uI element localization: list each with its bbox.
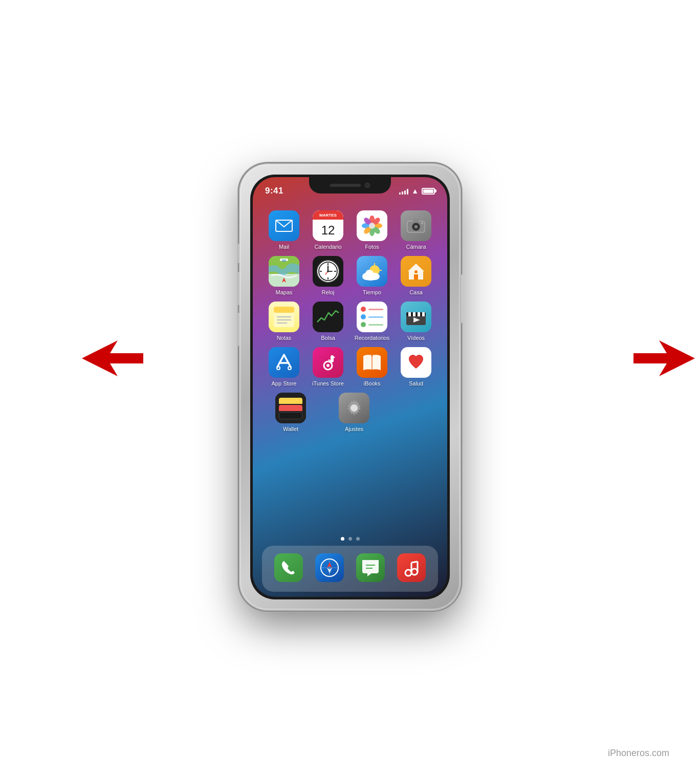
svg-line-85 bbox=[411, 562, 418, 563]
svg-rect-20 bbox=[413, 219, 419, 222]
app-photos[interactable]: Fotos bbox=[353, 210, 391, 250]
svg-rect-46 bbox=[414, 274, 418, 280]
signal-icon bbox=[399, 188, 408, 195]
front-camera bbox=[365, 183, 370, 188]
svg-rect-56 bbox=[413, 312, 415, 316]
dock-app-music[interactable] bbox=[392, 553, 431, 585]
svg-point-21 bbox=[421, 222, 423, 224]
app-row-5: Wallet Ajustes bbox=[262, 393, 438, 432]
app-reminders[interactable]: Recordatorios bbox=[353, 302, 391, 341]
dot-2 bbox=[348, 537, 352, 541]
dot-1 bbox=[341, 537, 344, 541]
battery-icon bbox=[422, 188, 435, 195]
app-health-label: Salud bbox=[409, 380, 423, 386]
app-itunes[interactable]: iTunes Store bbox=[309, 347, 347, 386]
app-ibooks-label: iBooks bbox=[363, 380, 380, 386]
app-camera-label: Cámara bbox=[406, 244, 426, 250]
wifi-icon: ▲ bbox=[411, 187, 419, 195]
svg-rect-71 bbox=[372, 356, 381, 370]
speaker bbox=[330, 184, 361, 187]
svg-marker-1 bbox=[633, 340, 695, 376]
screen-bezel: 9:41 ▲ bbox=[250, 175, 450, 599]
app-notes-label: Notas bbox=[277, 335, 292, 341]
svg-point-64 bbox=[326, 364, 330, 367]
svg-point-35 bbox=[327, 270, 329, 272]
svg-rect-58 bbox=[422, 312, 425, 316]
app-home[interactable]: Casa bbox=[397, 256, 435, 295]
app-row-4: App Store bbox=[262, 347, 438, 386]
svg-point-82 bbox=[411, 569, 418, 575]
app-itunes-label: iTunes Store bbox=[312, 380, 344, 386]
mute-button[interactable] bbox=[237, 244, 240, 263]
app-clock[interactable]: Reloj bbox=[309, 256, 347, 295]
svg-marker-0 bbox=[82, 340, 143, 376]
app-videos[interactable]: Vídeos bbox=[397, 302, 435, 341]
status-icons: ▲ bbox=[399, 187, 435, 195]
app-maps-label: Mapas bbox=[275, 289, 292, 295]
app-stocks-label: Bolsa bbox=[321, 335, 335, 341]
app-weather[interactable]: Tiempo bbox=[353, 256, 391, 295]
app-settings-label: Ajustes bbox=[345, 426, 363, 432]
phone-screen: 9:41 ▲ bbox=[253, 177, 447, 597]
svg-point-81 bbox=[405, 570, 411, 576]
app-row-3: Notas Bolsa bbox=[262, 302, 438, 341]
svg-point-73 bbox=[351, 404, 358, 412]
svg-point-61 bbox=[277, 367, 280, 370]
notch bbox=[309, 177, 391, 193]
svg-rect-70 bbox=[363, 356, 372, 370]
app-settings[interactable]: Ajustes bbox=[335, 393, 374, 432]
app-notes[interactable]: Notas bbox=[265, 302, 303, 341]
svg-point-62 bbox=[288, 367, 291, 370]
page-dots bbox=[253, 537, 447, 541]
app-calendar[interactable]: Martes 12 Calendario bbox=[309, 210, 347, 250]
app-videos-label: Vídeos bbox=[407, 335, 425, 341]
app-row-1: Mail Martes 12 Calendario bbox=[262, 210, 438, 250]
app-camera[interactable]: Cámara bbox=[397, 210, 435, 250]
app-stocks[interactable]: Bolsa bbox=[309, 302, 347, 341]
app-maps[interactable]: 280 Mapas bbox=[265, 256, 303, 295]
svg-rect-55 bbox=[408, 312, 411, 316]
app-wallet-label: Wallet bbox=[283, 426, 298, 432]
phone-device: 9:41 ▲ bbox=[240, 164, 460, 610]
app-mail-label: Mail bbox=[279, 244, 289, 250]
dock bbox=[262, 546, 438, 592]
app-row-2: 280 Mapas bbox=[262, 256, 438, 295]
app-reminders-label: Recordatorios bbox=[355, 335, 389, 341]
volume-down-button[interactable] bbox=[237, 313, 240, 346]
app-health[interactable]: Salud bbox=[397, 347, 435, 386]
svg-text:280: 280 bbox=[282, 259, 287, 262]
svg-point-47 bbox=[414, 270, 418, 273]
app-weather-label: Tiempo bbox=[363, 289, 381, 295]
dock-app-safari[interactable] bbox=[310, 553, 349, 585]
power-button[interactable] bbox=[460, 274, 463, 323]
status-time: 9:41 bbox=[265, 186, 283, 196]
clock-face bbox=[316, 260, 340, 283]
volume-up-button[interactable] bbox=[237, 272, 240, 305]
app-appstore-label: App Store bbox=[272, 380, 297, 386]
app-wallet[interactable]: Wallet bbox=[271, 393, 310, 432]
app-clock-label: Reloj bbox=[321, 289, 334, 295]
svg-point-19 bbox=[415, 226, 417, 228]
watermark: iPhoneros.com bbox=[608, 748, 669, 759]
app-home-label: Casa bbox=[409, 289, 423, 295]
svg-point-13 bbox=[369, 223, 375, 229]
dot-3 bbox=[356, 537, 360, 541]
svg-point-44 bbox=[365, 270, 374, 278]
dock-app-phone[interactable] bbox=[269, 553, 308, 585]
app-calendar-label: Calendario bbox=[314, 244, 341, 250]
dock-app-messages[interactable] bbox=[351, 553, 390, 585]
app-ibooks[interactable]: iBooks bbox=[353, 347, 391, 386]
app-mail[interactable]: Mail bbox=[265, 210, 303, 250]
app-photos-label: Fotos bbox=[365, 244, 379, 250]
app-grid: Mail Martes 12 Calendario bbox=[253, 205, 447, 541]
svg-rect-49 bbox=[274, 307, 294, 313]
app-appstore[interactable]: App Store bbox=[265, 347, 303, 386]
svg-rect-57 bbox=[418, 312, 420, 316]
